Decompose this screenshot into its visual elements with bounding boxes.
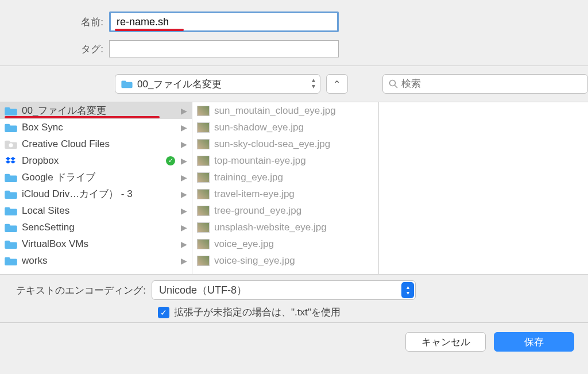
file-label: training_eye.jpg	[214, 172, 374, 183]
folder-row[interactable]: 00_ファイル名変更▶	[0, 102, 192, 119]
file-row[interactable]: travel-item-eye.jpg	[192, 186, 378, 202]
file-row[interactable]: voice_eye.jpg	[192, 236, 378, 252]
file-label: sun_moutain_cloud_eye.jpg	[214, 105, 374, 117]
file-label: unsplash-website_eye.jpg	[214, 222, 374, 233]
toolbar: 00_ファイル名変更 ▴▾ ⌃	[0, 66, 588, 102]
file-browser: 00_ファイル名変更▶Box Sync▶Creative Cloud Files…	[0, 102, 588, 275]
location-popup[interactable]: 00_ファイル名変更 ▴▾	[115, 74, 320, 94]
tag-label: タグ:	[0, 43, 108, 56]
folder-label: Dropbox	[22, 155, 166, 167]
chevron-right-icon: ▶	[181, 106, 187, 115]
folder-icon	[5, 189, 17, 199]
file-label: voice_eye.jpg	[214, 238, 374, 250]
image-thumb-icon	[197, 256, 210, 266]
image-thumb-icon	[197, 156, 210, 166]
column-3[interactable]	[379, 102, 588, 274]
file-row[interactable]: voice-sing_eye.jpg	[192, 252, 378, 269]
folder-icon	[5, 106, 17, 116]
chevron-right-icon: ▶	[181, 173, 187, 182]
column-1[interactable]: 00_ファイル名変更▶Box Sync▶Creative Cloud Files…	[0, 102, 192, 274]
stepper-icon: ▴▾	[312, 77, 315, 90]
svg-point-2	[9, 143, 13, 147]
encoding-select[interactable]: Unicode（UTF-8） ▴▾	[152, 280, 416, 300]
folder-icon	[121, 79, 133, 88]
file-row[interactable]: training_eye.jpg	[192, 169, 378, 186]
chevron-right-icon: ▶	[181, 223, 187, 232]
file-label: sun-shadow_eye.jpg	[214, 122, 374, 133]
folder-label: Creative Cloud Files	[22, 138, 177, 150]
folder-icon	[5, 256, 17, 266]
top-section: 名前: タグ:	[0, 0, 588, 66]
options-section: テキストのエンコーディング: Unicode（UTF-8） ▴▾ ✓ 拡張子が未…	[0, 275, 588, 323]
encoding-value: Unicode（UTF-8）	[159, 283, 247, 297]
search-field[interactable]	[382, 74, 588, 94]
image-thumb-icon	[197, 206, 210, 216]
name-row: 名前:	[0, 11, 588, 32]
chevron-up-icon: ⌃	[333, 79, 341, 90]
txt-checkbox-row: ✓ 拡張子が未指定の場合は、".txt"を使用	[0, 306, 579, 319]
folder-row[interactable]: Google ドライブ▶	[0, 169, 192, 186]
annotation-redline-name	[115, 29, 184, 31]
chevron-right-icon: ▶	[181, 206, 187, 215]
folder-label: Google ドライブ	[22, 171, 177, 184]
sync-ok-badge: ✓	[166, 156, 175, 165]
folder-icon	[5, 206, 17, 216]
folder-icon	[5, 222, 17, 233]
folder-row[interactable]: Dropbox✓▶	[0, 152, 192, 169]
folder-row[interactable]: Local Sites▶	[0, 202, 192, 219]
image-thumb-icon	[197, 222, 210, 233]
folder-label: iCloud Driv…カイブ） - 3	[22, 187, 177, 201]
image-thumb-icon	[197, 122, 210, 133]
folder-icon	[5, 139, 17, 149]
chevron-right-icon: ▶	[181, 190, 187, 199]
search-input[interactable]	[401, 78, 582, 90]
encoding-label: テキストのエンコーディング:	[0, 284, 152, 297]
image-thumb-icon	[197, 239, 210, 249]
chevron-right-icon: ▶	[181, 240, 187, 249]
tag-row: タグ:	[0, 40, 588, 57]
chevron-right-icon: ▶	[181, 140, 187, 149]
cancel-button[interactable]: キャンセル	[405, 332, 486, 352]
save-button[interactable]: 保存	[494, 332, 574, 352]
folder-row[interactable]: Creative Cloud Files▶	[0, 136, 192, 152]
footer: キャンセル 保存	[0, 323, 588, 361]
folder-row[interactable]: works▶	[0, 252, 192, 269]
encoding-row: テキストのエンコーディング: Unicode（UTF-8） ▴▾	[0, 280, 579, 300]
folder-row[interactable]: VirtualBox VMs▶	[0, 236, 192, 252]
image-thumb-icon	[197, 172, 210, 183]
file-label: top-mountain-eye.jpg	[214, 155, 374, 167]
folder-label: VirtualBox VMs	[22, 238, 177, 250]
file-label: voice-sing_eye.jpg	[214, 255, 374, 267]
file-row[interactable]: tree-ground_eye.jpg	[192, 202, 378, 219]
folder-row[interactable]: iCloud Driv…カイブ） - 3▶	[0, 186, 192, 202]
file-row[interactable]: top-mountain-eye.jpg	[192, 152, 378, 169]
file-row[interactable]: sun_moutain_cloud_eye.jpg	[192, 102, 378, 119]
txt-checkbox-label: 拡張子が未指定の場合は、".txt"を使用	[174, 306, 341, 319]
column-2[interactable]: sun_moutain_cloud_eye.jpgsun-shadow_eye.…	[192, 102, 379, 274]
folder-row[interactable]: Box Sync▶	[0, 119, 192, 136]
file-label: sun-sky-cloud-sea_eye.jpg	[214, 138, 374, 150]
folder-icon	[5, 172, 17, 183]
svg-line-1	[394, 86, 397, 88]
chevron-right-icon: ▶	[181, 256, 187, 265]
name-label: 名前:	[0, 16, 108, 29]
file-row[interactable]: sun-shadow_eye.jpg	[192, 119, 378, 136]
chevron-right-icon: ▶	[181, 123, 187, 132]
tag-input[interactable]	[109, 40, 339, 57]
svg-point-0	[389, 80, 395, 86]
annotation-redline-row	[5, 116, 160, 118]
search-icon	[389, 79, 398, 88]
folder-label: SencSetting	[22, 222, 177, 233]
folder-icon	[5, 239, 17, 249]
file-row[interactable]: sun-sky-cloud-sea_eye.jpg	[192, 136, 378, 152]
file-row[interactable]: unsplash-website_eye.jpg	[192, 219, 378, 236]
file-label: tree-ground_eye.jpg	[214, 205, 374, 217]
stepper-icon: ▴▾	[401, 282, 414, 298]
folder-label: works	[22, 255, 177, 267]
image-thumb-icon	[197, 106, 210, 116]
chevron-right-icon: ▶	[181, 156, 187, 165]
collapse-button[interactable]: ⌃	[326, 74, 348, 94]
txt-checkbox[interactable]: ✓	[158, 307, 169, 318]
file-label: travel-item-eye.jpg	[214, 188, 374, 200]
folder-row[interactable]: SencSetting▶	[0, 219, 192, 236]
